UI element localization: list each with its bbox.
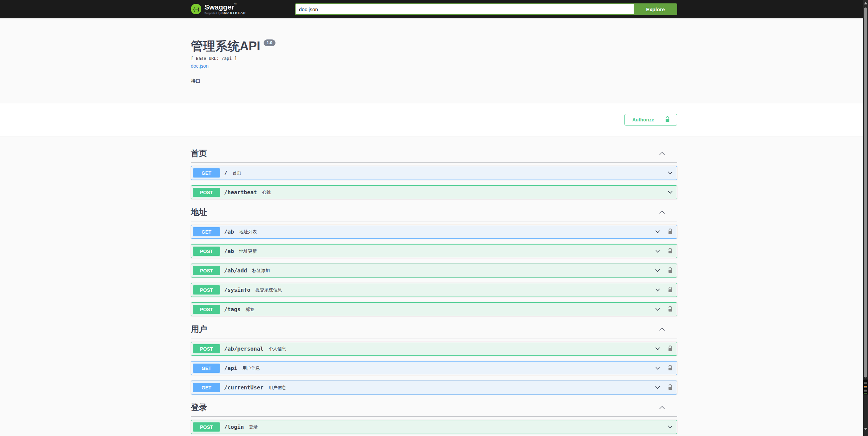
unlock-icon — [665, 116, 670, 123]
endpoint-path: /ab — [224, 229, 234, 235]
lock-icon[interactable] — [668, 384, 673, 391]
endpoint-description: 首页 — [233, 170, 241, 176]
explore-button[interactable]: Explore — [634, 3, 677, 15]
topbar: {···} Swagger™ Supported bySMARTBEAR Exp… — [0, 0, 868, 18]
chevron-up-icon[interactable] — [659, 211, 665, 214]
spec-url-form: Explore — [295, 3, 677, 15]
method-badge: POST — [193, 344, 220, 353]
section-title: 首页 — [191, 148, 207, 159]
page-title: 管理系统API 1.0 — [191, 40, 677, 52]
method-badge: POST — [193, 305, 220, 314]
opblock-row[interactable]: POST /ab 地址更新 — [191, 244, 677, 258]
chevron-down-icon[interactable] — [668, 191, 673, 194]
operations-list: 首页 GET / 首页 POST /heartbeat 心跳 地址 GET — [186, 136, 682, 436]
opblock-row[interactable]: POST /ab/personal 个人信息 — [191, 342, 677, 356]
supported-by-line: Supported bySMARTBEAR — [204, 12, 246, 15]
method-badge: POST — [193, 247, 220, 256]
endpoint-path: /heartbeat — [224, 189, 257, 196]
method-badge: POST — [193, 285, 220, 295]
opblock-row[interactable]: GET /currentUser 用户信息 — [191, 381, 677, 395]
trademark: ™ — [234, 3, 237, 6]
endpoint-description: 标签 — [246, 306, 254, 313]
opblock-row[interactable]: POST /sysinfo 提交系统信息 — [191, 283, 677, 297]
scrollbar[interactable] — [863, 0, 868, 436]
scrollbar-thumb[interactable] — [864, 7, 867, 378]
endpoint-description: 地址更新 — [239, 248, 257, 254]
endpoint-description: 地址列表 — [239, 229, 257, 235]
opblock-row[interactable]: GET /api 用户信息 — [191, 361, 677, 375]
endpoint-description: 个人信息 — [269, 346, 286, 352]
lock-icon[interactable] — [668, 365, 673, 371]
lock-icon[interactable] — [668, 229, 673, 235]
chevron-down-icon[interactable] — [655, 250, 660, 253]
endpoint-path: /sysinfo — [224, 287, 250, 293]
chevron-down-icon[interactable] — [668, 171, 673, 174]
chevron-down-icon[interactable] — [655, 288, 660, 291]
endpoint-description: 心跳 — [262, 189, 271, 196]
section-header-address[interactable]: 地址 — [191, 205, 677, 221]
method-badge: GET — [193, 383, 220, 392]
chevron-down-icon[interactable] — [655, 269, 660, 272]
version-badge: 1.0 — [264, 39, 276, 46]
lock-icon[interactable] — [668, 248, 673, 254]
method-badge: GET — [193, 168, 220, 178]
scrollbar-down-arrow-icon[interactable] — [864, 428, 867, 430]
scrollbar-minimap — [863, 380, 868, 395]
chevron-down-icon[interactable] — [655, 230, 660, 233]
endpoint-path: / — [224, 170, 228, 176]
chevron-down-icon[interactable] — [668, 425, 673, 429]
opblock-row[interactable]: GET / 首页 — [191, 166, 677, 180]
swagger-logo[interactable]: {···} Swagger™ Supported bySMARTBEAR — [191, 3, 246, 15]
opblock-row[interactable]: POST /heartbeat 心跳 — [191, 185, 677, 199]
method-badge: GET — [193, 227, 220, 236]
base-url: [ Base URL: /api ] — [191, 56, 677, 61]
endpoint-description: 提交系统信息 — [255, 287, 282, 293]
lock-icon[interactable] — [668, 267, 673, 274]
method-badge: GET — [193, 364, 220, 373]
authorize-button[interactable]: Authorize — [624, 114, 677, 125]
section-header-user[interactable]: 用户 — [191, 322, 677, 338]
endpoint-description: 用户信息 — [269, 385, 286, 391]
endpoint-path: /login — [224, 424, 244, 430]
api-title: 管理系统API — [191, 40, 260, 52]
api-description: 接口 — [191, 78, 677, 103]
section-header-login[interactable]: 登录 — [191, 400, 677, 417]
chevron-up-icon[interactable] — [659, 152, 665, 155]
endpoint-path: /ab — [224, 248, 234, 254]
opblock-row[interactable]: POST /ab/add 标签添加 — [191, 264, 677, 278]
endpoint-path: /ab/add — [224, 267, 247, 274]
opblock-row[interactable]: POST /tags 标签 — [191, 302, 677, 316]
endpoint-description: 用户信息 — [243, 365, 260, 371]
smartbear-wordmark: SMARTBEAR — [221, 11, 246, 15]
info-section: 管理系统API 1.0 [ Base URL: /api ] doc.json … — [0, 18, 868, 103]
method-badge: POST — [193, 188, 220, 197]
chevron-up-icon[interactable] — [659, 328, 665, 331]
chevron-down-icon[interactable] — [655, 367, 660, 370]
brand-name: Swagger™ — [204, 3, 246, 11]
chevron-down-icon[interactable] — [655, 308, 660, 311]
endpoint-description: 标签添加 — [252, 268, 270, 274]
section-title: 登录 — [191, 402, 207, 413]
spec-url-input[interactable] — [295, 3, 634, 15]
lock-icon[interactable] — [668, 306, 673, 313]
swagger-logo-icon: {···} — [191, 4, 201, 14]
lock-icon[interactable] — [668, 287, 673, 293]
section-title: 地址 — [191, 207, 207, 218]
authorize-label: Authorize — [632, 117, 654, 122]
section-header-homepage[interactable]: 首页 — [191, 146, 677, 163]
endpoint-description: 登录 — [249, 424, 258, 430]
chevron-down-icon[interactable] — [655, 347, 660, 350]
section-title: 用户 — [191, 324, 207, 335]
lock-icon[interactable] — [668, 346, 673, 352]
endpoint-path: /tags — [224, 306, 240, 313]
spec-link[interactable]: doc.json — [191, 63, 208, 69]
scheme-container: Authorize — [0, 103, 868, 136]
chevron-up-icon[interactable] — [659, 406, 665, 409]
chevron-down-icon[interactable] — [655, 386, 660, 389]
method-badge: POST — [193, 422, 220, 432]
scrollbar-up-arrow-icon[interactable] — [864, 2, 867, 4]
opblock-row[interactable]: POST /login 登录 — [191, 420, 677, 434]
opblock-row[interactable]: GET /ab 地址列表 — [191, 225, 677, 239]
endpoint-path: /api — [224, 365, 237, 371]
endpoint-path: /ab/personal — [224, 346, 264, 352]
